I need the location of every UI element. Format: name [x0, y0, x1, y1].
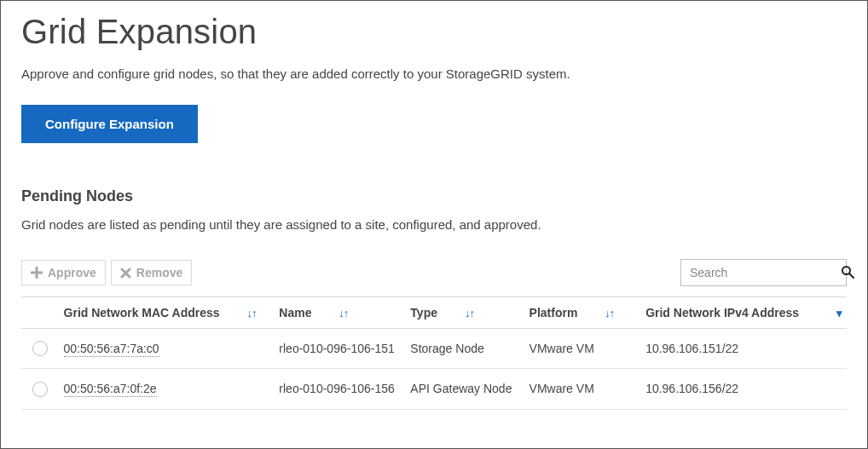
cell-mac: 00:50:56:a7:7a:c0: [64, 342, 159, 357]
sort-icon: ↓↑: [465, 307, 474, 319]
cell-platform: VMware VM: [524, 369, 641, 409]
chevron-down-icon: ▾: [836, 307, 842, 319]
pending-nodes-description: Grid nodes are listed as pending until t…: [21, 217, 847, 232]
cell-ip: 10.96.106.151/22: [640, 329, 847, 369]
column-header-mac[interactable]: Grid Network MAC Address ↓↑: [59, 297, 275, 329]
svg-point-0: [842, 267, 850, 274]
column-header-label: Grid Network IPv4 Address: [645, 306, 799, 319]
cell-name: rleo-010-096-106-156: [274, 369, 405, 409]
table-row: 00:50:56:a7:7a:c0 rleo-010-096-106-151 S…: [21, 329, 847, 369]
approve-label: Approve: [48, 266, 96, 279]
configure-expansion-button[interactable]: Configure Expansion: [21, 105, 198, 143]
sort-icon: ↓↑: [605, 307, 614, 319]
column-header-name[interactable]: Name ↓↑: [274, 297, 405, 329]
search-icon: [841, 265, 854, 281]
pending-nodes-table: Grid Network MAC Address ↓↑ Name ↓↑ Type…: [21, 296, 847, 410]
column-header-type[interactable]: Type ↓↑: [405, 297, 524, 329]
row-select-radio[interactable]: [32, 341, 48, 356]
cell-ip: 10.96.106.156/22: [640, 369, 847, 409]
cell-type: API Gateway Node: [405, 369, 524, 409]
column-header-platform[interactable]: Platform ↓↑: [524, 297, 641, 329]
column-header-label: Name: [279, 306, 311, 319]
cell-mac: 00:50:56:a7:0f:2e: [64, 382, 157, 397]
column-header-label: Type: [410, 306, 437, 319]
column-header-ip[interactable]: Grid Network IPv4 Address ▾: [640, 297, 847, 329]
cell-name: rleo-010-096-106-151: [274, 329, 405, 369]
pending-nodes-title: Pending Nodes: [21, 187, 847, 205]
column-header-label: Platform: [529, 306, 578, 319]
approve-button[interactable]: Approve: [21, 260, 106, 285]
remove-button[interactable]: Remove: [111, 260, 192, 285]
column-header-label: Grid Network MAC Address: [64, 306, 220, 319]
remove-label: Remove: [136, 266, 182, 279]
row-select-radio[interactable]: [32, 382, 48, 397]
search-input[interactable]: [688, 265, 841, 280]
search-box[interactable]: [680, 259, 847, 286]
x-icon: [120, 268, 131, 279]
sort-icon: ↓↑: [247, 307, 257, 319]
page-description: Approve and configure grid nodes, so tha…: [21, 66, 847, 81]
cell-platform: VMware VM: [524, 329, 641, 369]
plus-icon: [31, 267, 43, 279]
page-title: Grid Expansion: [21, 13, 847, 51]
table-row: 00:50:56:a7:0f:2e rleo-010-096-106-156 A…: [21, 369, 847, 409]
cell-type: Storage Node: [405, 329, 524, 369]
sort-icon: ↓↑: [339, 307, 348, 319]
